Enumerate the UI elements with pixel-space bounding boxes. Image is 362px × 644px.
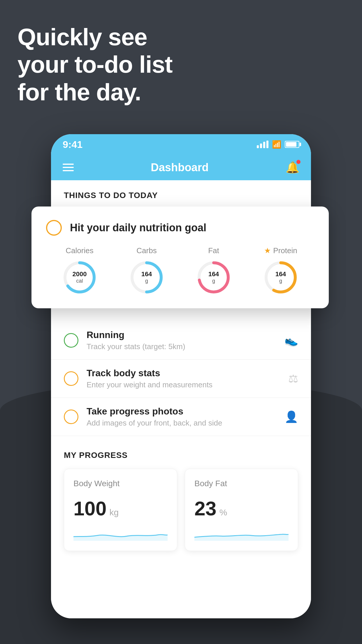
- donut-unit-protein: g: [275, 278, 286, 284]
- todo-sub-photos: Add images of your front, back, and side: [87, 419, 276, 428]
- body-fat-unit: %: [219, 508, 227, 517]
- donut-calories: 2000 cal: [62, 260, 97, 295]
- signal-icon: [257, 141, 268, 148]
- donut-protein: 164 g: [263, 260, 298, 295]
- body-weight-chart: [73, 528, 168, 541]
- progress-section: MY PROGRESS Body Weight 100 kg: [51, 436, 311, 560]
- body-fat-value: 23 %: [194, 497, 289, 520]
- macro-carbs: Carbs 164 g: [129, 246, 164, 295]
- nav-bar: Dashboard 🔔: [51, 155, 311, 180]
- battery-icon: [285, 141, 299, 148]
- notification-bell[interactable]: 🔔: [286, 161, 299, 174]
- status-time: 9:41: [63, 139, 82, 150]
- progress-cards: Body Weight 100 kg Body Fat: [64, 469, 298, 551]
- todo-text-bodystats: Track body stats Enter your weight and m…: [87, 368, 280, 389]
- todo-circle-running: [64, 333, 78, 348]
- macro-fat: Fat 164 g: [196, 246, 231, 295]
- macro-label-protein: ★ Protein: [264, 246, 297, 255]
- headline: Quickly see your to-do list for the day.: [17, 23, 173, 106]
- todo-sub-running: Track your stats (target: 5km): [87, 342, 276, 351]
- body-weight-card[interactable]: Body Weight 100 kg: [64, 469, 177, 551]
- donut-unit-calories: cal: [73, 278, 87, 284]
- wifi-icon: 📶: [272, 140, 281, 149]
- nutrition-card-title: Hit your daily nutrition goal: [70, 222, 206, 234]
- nutrition-macros: Calories 2000 cal Carbs: [46, 246, 314, 295]
- nutrition-circle-check: [46, 220, 62, 236]
- todo-title-photos: Take progress photos: [87, 406, 276, 417]
- status-icons: 📶: [257, 140, 299, 149]
- hamburger-menu[interactable]: [63, 164, 74, 171]
- progress-section-title: MY PROGRESS: [64, 451, 298, 460]
- section-header-todo: THINGS TO DO TODAY: [51, 180, 311, 205]
- donut-value-protein: 164: [275, 270, 286, 278]
- todo-item-running[interactable]: Running Track your stats (target: 5km) 👟: [51, 321, 311, 360]
- todo-title-running: Running: [87, 330, 276, 340]
- macro-label-calories: Calories: [66, 246, 93, 255]
- donut-value-fat: 164: [208, 270, 219, 278]
- todo-title-bodystats: Track body stats: [87, 368, 280, 379]
- body-weight-unit: kg: [109, 508, 119, 517]
- nav-title: Dashboard: [151, 161, 208, 174]
- macro-label-carbs: Carbs: [136, 246, 157, 255]
- body-weight-num: 100: [73, 497, 106, 520]
- donut-value-calories: 2000: [73, 270, 87, 278]
- macro-protein: ★ Protein 164 g: [263, 246, 298, 295]
- donut-unit-carbs: g: [141, 278, 152, 284]
- running-icon: 👟: [284, 334, 298, 347]
- body-fat-label: Body Fat: [194, 479, 289, 488]
- todo-text-running: Running Track your stats (target: 5km): [87, 330, 276, 351]
- donut-fat: 164 g: [196, 260, 231, 295]
- status-bar: 9:41 📶: [51, 134, 311, 155]
- donut-value-carbs: 164: [141, 270, 152, 278]
- body-weight-value: 100 kg: [73, 497, 168, 520]
- todo-item-bodystats[interactable]: Track body stats Enter your weight and m…: [51, 360, 311, 398]
- body-weight-label: Body Weight: [73, 479, 168, 488]
- todo-sub-bodystats: Enter your weight and measurements: [87, 380, 280, 389]
- body-fat-num: 23: [194, 497, 217, 520]
- photo-icon: 👤: [284, 410, 298, 423]
- donut-carbs: 164 g: [129, 260, 164, 295]
- donut-unit-fat: g: [208, 278, 219, 284]
- macro-calories: Calories 2000 cal: [62, 246, 97, 295]
- star-icon: ★: [264, 246, 271, 255]
- notification-dot: [296, 160, 301, 164]
- nutrition-card: Hit your daily nutrition goal Calories 2…: [31, 206, 329, 308]
- macro-label-fat: Fat: [208, 246, 219, 255]
- scale-icon: ⚖: [288, 372, 298, 385]
- todo-text-photos: Take progress photos Add images of your …: [87, 406, 276, 428]
- todo-circle-bodystats: [64, 371, 78, 386]
- nutrition-card-header: Hit your daily nutrition goal: [46, 220, 314, 236]
- body-fat-chart: [194, 528, 289, 541]
- todo-circle-photos: [64, 410, 78, 424]
- todo-item-photos[interactable]: Take progress photos Add images of your …: [51, 398, 311, 436]
- body-fat-card[interactable]: Body Fat 23 %: [185, 469, 298, 551]
- todo-list: Running Track your stats (target: 5km) 👟…: [51, 321, 311, 436]
